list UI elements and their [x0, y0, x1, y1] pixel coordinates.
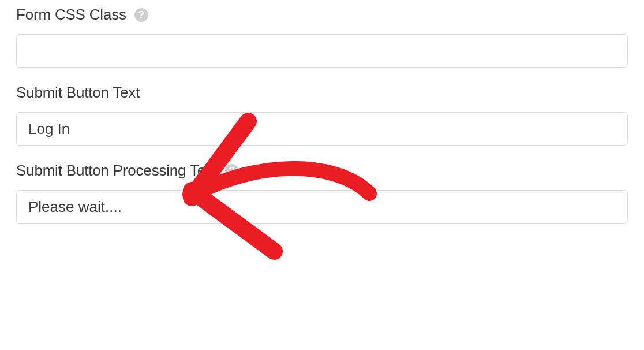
help-icon[interactable]: ? — [225, 164, 239, 178]
field-label-row: Form CSS Class ? — [16, 6, 628, 24]
submit-button-text-label: Submit Button Text — [16, 84, 140, 102]
submit-button-text-input[interactable] — [16, 112, 628, 146]
form-css-class-input[interactable] — [16, 34, 628, 68]
form-css-class-label: Form CSS Class — [16, 6, 126, 24]
form-css-class-group: Form CSS Class ? — [16, 6, 628, 68]
submit-button-text-group: Submit Button Text — [16, 84, 628, 146]
field-label-row: Submit Button Processing Text ? — [16, 162, 628, 180]
help-icon[interactable]: ? — [134, 8, 148, 22]
submit-button-processing-text-input[interactable] — [16, 190, 628, 224]
field-label-row: Submit Button Text — [16, 84, 628, 102]
submit-button-processing-text-group: Submit Button Processing Text ? — [16, 162, 628, 224]
submit-button-processing-text-label: Submit Button Processing Text — [16, 162, 217, 180]
